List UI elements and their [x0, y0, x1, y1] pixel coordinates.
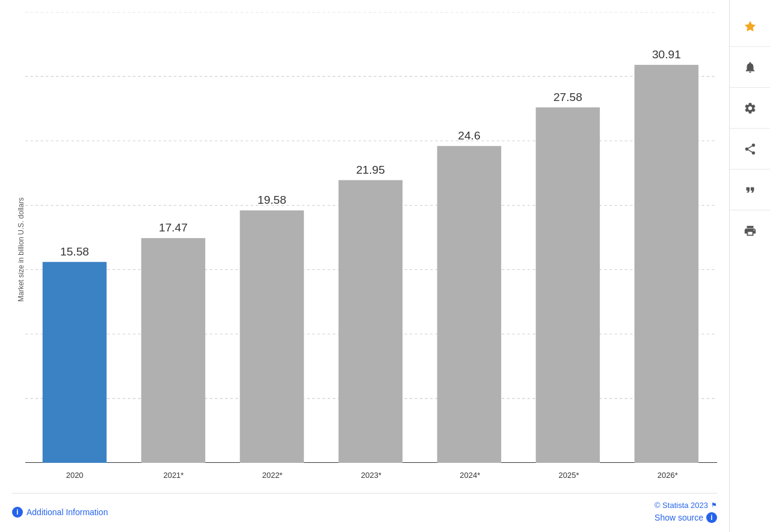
sidebar-btn-print[interactable] [730, 210, 771, 251]
share-icon [744, 142, 757, 156]
y-axis-label: Market size in billion U.S. dollars [12, 12, 25, 487]
x-label-2023: 2023* [322, 463, 420, 487]
main-content: Market size in billion U.S. dollars 35 3… [0, 0, 729, 532]
info-icon: i [12, 507, 23, 518]
x-label-2026: 2026* [618, 463, 717, 487]
sidebar-btn-gear[interactable] [730, 88, 771, 129]
chart-svg: 35 30 25 20 15 10 [25, 12, 717, 463]
x-label-2022: 2022* [223, 463, 322, 487]
chart-area: Market size in billion U.S. dollars 35 3… [12, 12, 717, 493]
bar-2023 [339, 180, 402, 463]
footer-right: © Statista 2023 ⚑ Show source i [654, 501, 717, 523]
x-label-2021: 2021* [124, 463, 223, 487]
sidebar-btn-bell[interactable] [730, 47, 771, 88]
show-source-button[interactable]: Show source i [654, 512, 717, 523]
chart-inner: 35 30 25 20 15 10 [25, 12, 717, 487]
sidebar [729, 0, 770, 532]
sidebar-btn-quote[interactable] [730, 170, 771, 210]
x-label-2025: 2025* [519, 463, 618, 487]
sidebar-btn-share[interactable] [730, 129, 771, 170]
show-source-info-icon: i [706, 512, 717, 523]
bar-2025 [536, 108, 600, 463]
svg-text:21.95: 21.95 [356, 164, 385, 176]
print-icon [744, 224, 757, 237]
statista-copyright: © Statista 2023 ⚑ [654, 501, 717, 510]
bar-2022 [240, 210, 304, 463]
x-label-2024: 2024* [420, 463, 519, 487]
bar-2020 [43, 262, 106, 463]
star-icon [744, 20, 757, 33]
bar-2026 [635, 65, 698, 463]
svg-text:19.58: 19.58 [257, 194, 286, 206]
svg-text:24.6: 24.6 [458, 129, 480, 142]
gear-icon [744, 102, 757, 115]
svg-text:27.58: 27.58 [553, 91, 582, 103]
additional-info-button[interactable]: i Additional Information [12, 507, 108, 518]
copyright-text: © Statista 2023 [654, 501, 708, 510]
svg-text:30.91: 30.91 [652, 48, 681, 61]
bar-2021 [141, 238, 205, 463]
grid-and-bars: 35 30 25 20 15 10 [25, 12, 717, 487]
svg-text:15.58: 15.58 [60, 245, 89, 258]
sidebar-btn-star[interactable] [730, 6, 771, 47]
x-label-2020: 2020 [25, 463, 124, 487]
additional-info-label: Additional Information [26, 507, 108, 517]
svg-text:17.47: 17.47 [159, 221, 188, 234]
flag-icon: ⚑ [711, 501, 717, 509]
show-source-label: Show source [654, 513, 703, 522]
footer: i Additional Information © Statista 2023… [12, 493, 717, 532]
x-axis: 2020 2021* 2022* 2023* 2024* 2025* 2026* [25, 463, 717, 487]
bar-2024 [437, 146, 501, 463]
bell-icon [744, 61, 757, 74]
quote-icon [744, 183, 757, 197]
